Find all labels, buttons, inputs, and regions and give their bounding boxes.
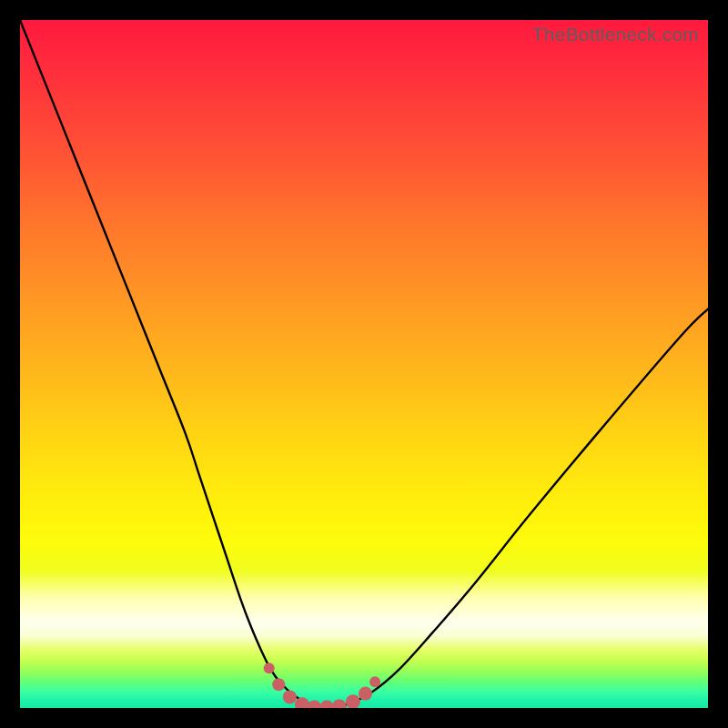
chart-frame: TheBottleneck.com <box>0 0 728 728</box>
trough-marker <box>283 690 297 703</box>
trough-marker <box>319 701 334 708</box>
trough-marker <box>346 694 360 708</box>
trough-marker <box>295 697 309 708</box>
curve-layer <box>20 20 708 708</box>
trough-marker <box>308 701 322 708</box>
trough-marker <box>359 687 372 701</box>
plot-area: TheBottleneck.com <box>20 20 708 708</box>
trough-marker <box>332 699 347 708</box>
trough-marker-group <box>264 662 380 708</box>
trough-marker <box>264 662 275 673</box>
bottleneck-curve <box>20 20 708 708</box>
watermark-text: TheBottleneck.com <box>532 24 699 46</box>
trough-marker <box>369 676 380 687</box>
trough-marker <box>272 678 285 691</box>
